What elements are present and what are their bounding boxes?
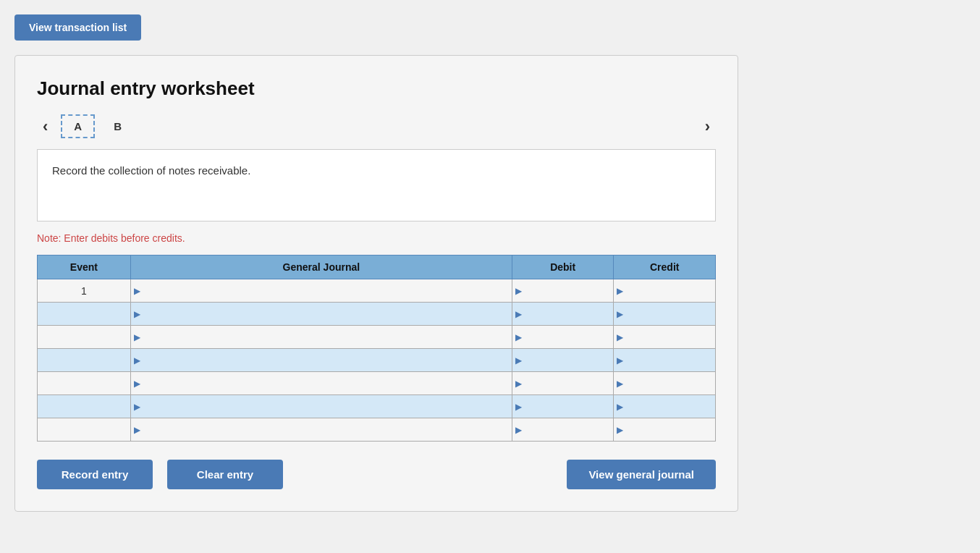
journal-cell[interactable]: ▶ xyxy=(130,372,512,395)
arrow-icon: ▶ xyxy=(617,402,623,412)
arrow-icon: ▶ xyxy=(515,332,522,342)
debit-cell[interactable]: ▶ xyxy=(512,372,614,395)
debit-input[interactable] xyxy=(525,349,611,371)
debit-input[interactable] xyxy=(525,303,611,325)
credit-cell[interactable]: ▶ xyxy=(614,303,716,326)
arrow-icon: ▶ xyxy=(134,402,140,412)
credit-cell[interactable]: ▶ xyxy=(614,326,716,349)
journal-cell[interactable]: ▶ xyxy=(130,395,512,418)
journal-cell[interactable]: ▶ xyxy=(130,326,512,349)
event-cell xyxy=(38,372,131,395)
credit-input[interactable] xyxy=(626,279,712,302)
arrow-icon: ▶ xyxy=(617,309,623,319)
prev-tab-arrow[interactable]: ‹ xyxy=(37,116,54,138)
credit-cell[interactable]: ▶ xyxy=(614,279,716,303)
credit-input[interactable] xyxy=(626,349,712,371)
debit-input[interactable] xyxy=(525,395,611,418)
arrow-icon: ▶ xyxy=(617,425,623,435)
journal-input[interactable] xyxy=(143,418,509,441)
credit-input[interactable] xyxy=(626,303,712,325)
table-row: ▶▶▶ xyxy=(38,418,716,442)
arrow-icon: ▶ xyxy=(134,379,140,389)
event-cell xyxy=(38,418,131,442)
top-bar: View transaction list xyxy=(14,14,966,41)
table-body: 1▶▶▶▶▶▶▶▶▶▶▶▶▶▶▶▶▶▶▶▶▶ xyxy=(38,279,716,442)
event-cell xyxy=(38,326,131,349)
arrow-icon: ▶ xyxy=(134,309,140,319)
col-header-credit: Credit xyxy=(614,256,716,279)
debit-cell[interactable]: ▶ xyxy=(512,418,614,442)
journal-table: Event General Journal Debit Credit 1▶▶▶▶… xyxy=(37,255,716,442)
credit-input[interactable] xyxy=(626,326,712,348)
journal-cell[interactable]: ▶ xyxy=(130,418,512,442)
arrow-icon: ▶ xyxy=(515,379,522,389)
arrow-icon: ▶ xyxy=(515,309,522,319)
event-cell xyxy=(38,395,131,418)
table-row: 1▶▶▶ xyxy=(38,279,716,303)
credit-cell[interactable]: ▶ xyxy=(614,395,716,418)
description-text: Record the collection of notes receivabl… xyxy=(52,164,250,177)
debit-input[interactable] xyxy=(525,279,611,302)
journal-input[interactable] xyxy=(143,372,509,394)
tab-b[interactable]: B xyxy=(102,116,133,137)
table-row: ▶▶▶ xyxy=(38,395,716,418)
col-header-debit: Debit xyxy=(512,256,614,279)
arrow-icon: ▶ xyxy=(134,355,140,366)
journal-cell[interactable]: ▶ xyxy=(130,349,512,372)
next-tab-arrow[interactable]: › xyxy=(699,116,716,138)
journal-input[interactable] xyxy=(143,326,509,348)
clear-entry-button[interactable]: Clear entry xyxy=(167,460,283,489)
table-header-row: Event General Journal Debit Credit xyxy=(38,256,716,279)
description-box: Record the collection of notes receivabl… xyxy=(37,149,716,221)
worksheet-container: Journal entry worksheet ‹ A B › Record t… xyxy=(14,55,738,512)
debit-cell[interactable]: ▶ xyxy=(512,279,614,303)
buttons-row: Record entry Clear entry View general jo… xyxy=(37,460,716,489)
journal-input[interactable] xyxy=(143,303,509,325)
arrow-icon: ▶ xyxy=(515,425,522,435)
arrow-icon: ▶ xyxy=(515,355,522,366)
journal-input[interactable] xyxy=(143,395,509,418)
worksheet-title: Journal entry worksheet xyxy=(37,77,716,100)
table-row: ▶▶▶ xyxy=(38,303,716,326)
debit-cell[interactable]: ▶ xyxy=(512,303,614,326)
table-row: ▶▶▶ xyxy=(38,372,716,395)
view-general-journal-button[interactable]: View general journal xyxy=(567,460,716,489)
journal-input[interactable] xyxy=(143,349,509,371)
debit-input[interactable] xyxy=(525,418,611,441)
debit-input[interactable] xyxy=(525,372,611,394)
credit-cell[interactable]: ▶ xyxy=(614,349,716,372)
credit-cell[interactable]: ▶ xyxy=(614,418,716,442)
journal-cell[interactable]: ▶ xyxy=(130,279,512,303)
credit-input[interactable] xyxy=(626,418,712,441)
col-header-event: Event xyxy=(38,256,131,279)
arrow-icon: ▶ xyxy=(134,286,140,296)
arrow-icon: ▶ xyxy=(515,286,522,296)
journal-input[interactable] xyxy=(143,279,509,302)
arrow-icon: ▶ xyxy=(134,332,140,342)
arrow-icon: ▶ xyxy=(617,355,623,366)
table-row: ▶▶▶ xyxy=(38,349,716,372)
tab-a[interactable]: A xyxy=(61,114,95,138)
journal-cell[interactable]: ▶ xyxy=(130,303,512,326)
tabs-navigation: ‹ A B › xyxy=(37,114,716,138)
event-cell xyxy=(38,349,131,372)
col-header-journal: General Journal xyxy=(130,256,512,279)
debit-cell[interactable]: ▶ xyxy=(512,349,614,372)
record-entry-button[interactable]: Record entry xyxy=(37,460,153,489)
event-cell: 1 xyxy=(38,279,131,303)
debit-input[interactable] xyxy=(525,326,611,348)
arrow-icon: ▶ xyxy=(617,332,623,342)
arrow-icon: ▶ xyxy=(134,425,140,435)
arrow-icon: ▶ xyxy=(515,402,522,412)
event-cell xyxy=(38,303,131,326)
debit-cell[interactable]: ▶ xyxy=(512,326,614,349)
credit-cell[interactable]: ▶ xyxy=(614,372,716,395)
arrow-icon: ▶ xyxy=(617,379,623,389)
debit-cell[interactable]: ▶ xyxy=(512,395,614,418)
credit-input[interactable] xyxy=(626,372,712,394)
note-text: Note: Enter debits before credits. xyxy=(37,232,716,244)
table-row: ▶▶▶ xyxy=(38,326,716,349)
view-transaction-button[interactable]: View transaction list xyxy=(14,14,141,41)
arrow-icon: ▶ xyxy=(617,286,623,296)
credit-input[interactable] xyxy=(626,395,712,418)
